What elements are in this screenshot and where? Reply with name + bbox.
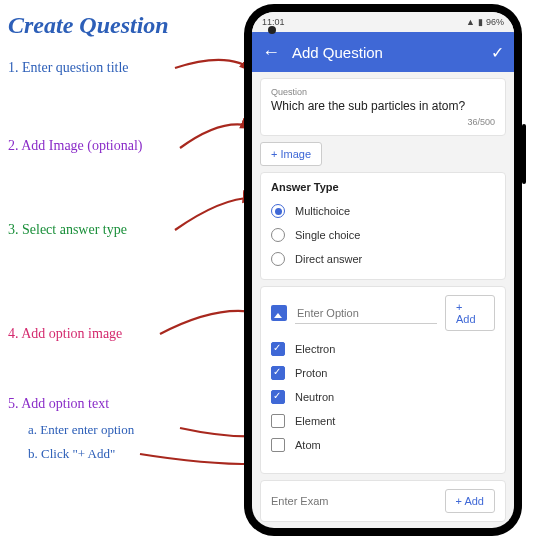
add-option-button[interactable]: + Add bbox=[445, 295, 495, 331]
step-5a: a. Enter enter option bbox=[28, 422, 134, 438]
confirm-icon[interactable]: ✓ bbox=[491, 43, 504, 62]
checkbox-icon bbox=[271, 390, 285, 404]
option-atom[interactable]: Atom bbox=[271, 433, 495, 457]
radio-label: Single choice bbox=[295, 229, 360, 241]
question-label: Question bbox=[271, 87, 495, 97]
exam-card: + Add bbox=[260, 480, 506, 522]
checkbox-icon bbox=[271, 414, 285, 428]
option-text-input[interactable] bbox=[295, 303, 437, 324]
radio-label: Direct answer bbox=[295, 253, 362, 265]
step-5b: b. Click "+ Add" bbox=[28, 446, 115, 462]
radio-multichoice[interactable]: Multichoice bbox=[271, 199, 495, 223]
step-4: 4. Add option image bbox=[8, 326, 122, 342]
checkbox-icon bbox=[271, 438, 285, 452]
answer-type-card: Answer Type Multichoice Single choice Di… bbox=[260, 172, 506, 280]
battery-text: 96% bbox=[486, 17, 504, 27]
phone-screen: 11:01 ▲ ▮ 96% ← Add Question ✓ Question … bbox=[252, 12, 514, 528]
exam-input[interactable] bbox=[271, 495, 437, 507]
step-1: 1. Enter question title bbox=[8, 60, 129, 76]
phone-frame: 11:01 ▲ ▮ 96% ← Add Question ✓ Question … bbox=[244, 4, 522, 536]
appbar-title: Add Question bbox=[292, 44, 383, 61]
option-neutron[interactable]: Neutron bbox=[271, 385, 495, 409]
option-label: Electron bbox=[295, 343, 335, 355]
question-card: Question Which are the sub particles in … bbox=[260, 78, 506, 136]
option-electron[interactable]: Electron bbox=[271, 337, 495, 361]
wifi-icon: ▲ bbox=[466, 17, 475, 27]
option-label: Neutron bbox=[295, 391, 334, 403]
option-proton[interactable]: Proton bbox=[271, 361, 495, 385]
radio-icon bbox=[271, 204, 285, 218]
add-exam-button[interactable]: + Add bbox=[445, 489, 495, 513]
checkbox-icon bbox=[271, 366, 285, 380]
radio-direct-answer[interactable]: Direct answer bbox=[271, 247, 495, 271]
step-2: 2. Add Image (optional) bbox=[8, 138, 143, 154]
question-title-input[interactable]: Which are the sub particles in atom? bbox=[271, 97, 495, 117]
radio-icon bbox=[271, 252, 285, 266]
option-label: Proton bbox=[295, 367, 327, 379]
option-image-icon[interactable] bbox=[271, 305, 287, 321]
answer-type-heading: Answer Type bbox=[271, 181, 495, 193]
option-label: Element bbox=[295, 415, 335, 427]
radio-single-choice[interactable]: Single choice bbox=[271, 223, 495, 247]
step-3: 3. Select answer type bbox=[8, 222, 127, 238]
options-card: + Add Electron Proton Neutron Eleme bbox=[260, 286, 506, 474]
back-icon[interactable]: ← bbox=[262, 42, 280, 63]
step-5: 5. Add option text bbox=[8, 396, 109, 412]
instructions-title: Create Question bbox=[8, 12, 169, 39]
char-counter: 36/500 bbox=[271, 117, 495, 127]
camera-cutout bbox=[268, 26, 276, 34]
app-bar: ← Add Question ✓ bbox=[252, 32, 514, 72]
status-bar: 11:01 ▲ ▮ 96% bbox=[252, 12, 514, 32]
radio-icon bbox=[271, 228, 285, 242]
option-label: Atom bbox=[295, 439, 321, 451]
option-element[interactable]: Element bbox=[271, 409, 495, 433]
add-image-button[interactable]: + Image bbox=[260, 142, 322, 166]
signal-icon: ▮ bbox=[478, 17, 483, 27]
checkbox-icon bbox=[271, 342, 285, 356]
radio-label: Multichoice bbox=[295, 205, 350, 217]
